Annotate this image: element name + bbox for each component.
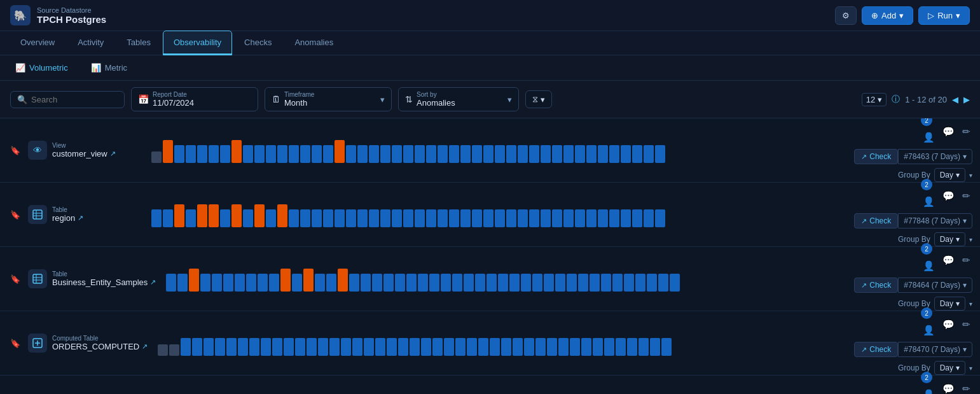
timeframe-field[interactable]: 🗓 Timeframe Month ▾ [265, 87, 392, 111]
edit-button[interactable]: ✏ [960, 317, 972, 332]
comment-button[interactable]: 💬 [941, 188, 956, 204]
top-header: 🐘 Source Datastore TPCH Postgres ⚙ ⊕ Add… [0, 0, 980, 31]
edit-button[interactable]: ✏ [960, 381, 972, 394]
tab-activity[interactable]: Activity [67, 31, 114, 55]
group-by-select[interactable]: Day ▾ [934, 232, 965, 246]
sparkline [161, 266, 700, 292]
row-more-dropdown[interactable]: ▾ [969, 365, 972, 372]
row-link-icon[interactable]: ↗ [150, 278, 156, 286]
search-box[interactable]: 🔍 [10, 91, 125, 108]
spark-bar [444, 338, 454, 356]
spark-bar [460, 145, 471, 163]
alert-button[interactable]: 👤 [921, 258, 937, 274]
spark-bar [243, 209, 253, 227]
spark-bar [277, 145, 287, 163]
row-more-dropdown[interactable]: ▾ [969, 236, 972, 243]
group-by-select[interactable]: Day ▾ [934, 297, 965, 311]
pin-button[interactable]: 🔖 [8, 272, 23, 286]
row-link-icon[interactable]: ↗ [110, 150, 116, 158]
brand-name: TPCH Postgres [37, 14, 106, 25]
spark-bar [151, 209, 162, 227]
comment-button[interactable]: 💬 [941, 124, 956, 139]
sort-icon: ⇅ [405, 94, 413, 104]
check-row: ↗ Check #78464 (7 Days) ▾ [854, 278, 972, 293]
add-button[interactable]: ⊕ Add ▾ [862, 6, 913, 25]
pin-button[interactable]: 🔖 [8, 143, 23, 158]
tab-anomalies[interactable]: Anomalies [284, 31, 343, 55]
spark-bar [231, 204, 242, 227]
tab-overview[interactable]: Overview [10, 31, 65, 55]
alert-badge: 2 [921, 307, 932, 319]
check-dropdown-icon[interactable]: ▾ [963, 345, 967, 354]
row-actions: 2 👤 💬 ✏ ↗ Check #77848 (7 Days) ▾ Group … [705, 183, 972, 246]
settings-button[interactable]: ⚙ [835, 6, 857, 25]
row-link-icon[interactable]: ↗ [142, 342, 148, 351]
prev-page-button[interactable]: ◀ [952, 95, 958, 104]
check-button[interactable]: ↗ Check [854, 342, 898, 357]
spark-bar [380, 145, 390, 163]
spark-bar [575, 209, 585, 227]
spark-bar [280, 269, 291, 292]
check-button[interactable]: ↗ Check [854, 149, 898, 164]
row-link-icon[interactable]: ↗ [78, 214, 83, 222]
tab-observability[interactable]: Observability [163, 31, 231, 55]
spark-bar [601, 274, 611, 292]
alert-button[interactable]: 👤 [921, 323, 937, 338]
check-button[interactable]: ↗ Check [854, 213, 898, 229]
next-page-button[interactable]: ▶ [963, 95, 970, 104]
spark-bar [578, 274, 588, 292]
subnav-metric[interactable]: 📊 Metric [86, 60, 132, 75]
pin-button[interactable]: 🔖 [8, 336, 23, 351]
alert-badge: 2 [921, 372, 932, 383]
page-size-select[interactable]: 12 ▾ [862, 93, 887, 106]
spark-bar [570, 338, 580, 356]
alert-badge: 2 [921, 243, 932, 255]
tab-checks[interactable]: Checks [234, 31, 282, 55]
spark-bar [518, 145, 528, 163]
row-type-icon [28, 269, 47, 288]
spark-bar [158, 344, 168, 356]
alert-button[interactable]: 👤 [921, 387, 937, 394]
alert-button[interactable]: 👤 [921, 194, 937, 209]
subnav-volumetric[interactable]: 📈 Volumetric [10, 60, 73, 75]
pin-button[interactable]: 🔖 [8, 208, 23, 222]
search-input[interactable] [31, 95, 118, 104]
comment-button[interactable]: 💬 [941, 317, 956, 332]
table-row: 🔖Table Business_Entity_Samples ↗ 2 👤 💬 ✏… [0, 247, 980, 311]
edit-button[interactable]: ✏ [960, 188, 972, 204]
report-date-field[interactable]: 📅 Report Date 11/07/2024 [131, 87, 258, 111]
comment-button[interactable]: 💬 [941, 381, 956, 394]
filter-button[interactable]: ⧖ ▾ [525, 90, 552, 108]
volumetric-icon: 📈 [15, 63, 25, 73]
sparkline [153, 330, 700, 356]
check-dropdown-icon[interactable]: ▾ [963, 152, 967, 161]
spark-bar [650, 338, 660, 356]
edit-button[interactable]: ✏ [960, 253, 972, 268]
sort-by-field[interactable]: ⇅ Sort by Anomalies ▾ [398, 87, 519, 111]
group-by-select[interactable]: Day ▾ [934, 168, 965, 182]
check-dropdown-icon[interactable]: ▾ [963, 216, 967, 225]
spark-bar [323, 209, 333, 227]
spark-bar [478, 338, 488, 356]
spark-bar [624, 274, 634, 292]
check-button[interactable]: ↗ Check [854, 278, 898, 293]
row-more-dropdown[interactable]: ▾ [969, 300, 972, 307]
row-more-dropdown[interactable]: ▾ [969, 172, 972, 179]
alert-button[interactable]: 👤 [921, 130, 937, 145]
edit-button[interactable]: ✏ [960, 124, 972, 139]
group-by-select[interactable]: Day ▾ [934, 361, 965, 375]
spark-bar [346, 209, 356, 227]
spark-bar [415, 209, 425, 227]
comment-button[interactable]: 💬 [941, 253, 956, 268]
spark-bar [357, 145, 368, 163]
spark-bar [426, 145, 436, 163]
tab-tables[interactable]: Tables [116, 31, 161, 55]
spark-bar [169, 344, 179, 356]
spark-bar [429, 274, 439, 292]
check-dropdown-icon[interactable]: ▾ [963, 281, 967, 290]
spark-bar [521, 274, 531, 292]
spark-bar [209, 204, 219, 227]
run-button[interactable]: ▷ Run ▾ [918, 6, 970, 25]
spark-bar [300, 209, 310, 227]
spark-bar [289, 145, 299, 163]
